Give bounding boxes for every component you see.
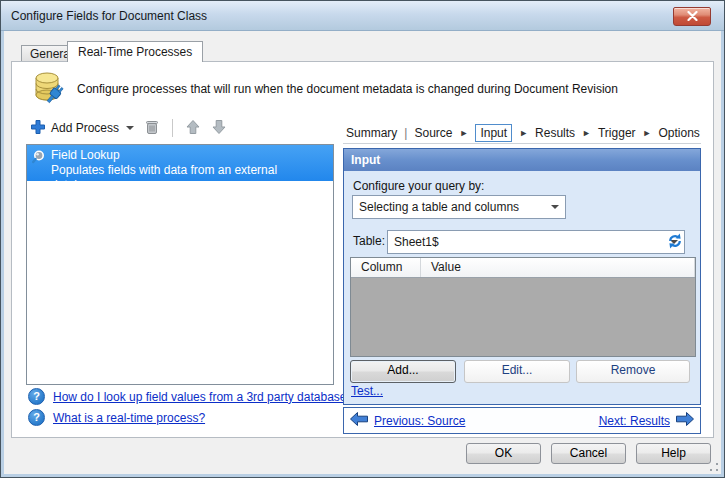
- process-listbox[interactable]: Field Lookup Populates fields with data …: [26, 144, 334, 385]
- process-subtitle: Populates fields with data from an exter…: [51, 163, 329, 193]
- previous-link[interactable]: Previous: Source: [374, 414, 465, 428]
- tab-real-time-processes[interactable]: Real-Time Processes: [67, 41, 203, 62]
- next-nav[interactable]: Next: Results: [599, 411, 695, 430]
- arrow-up-icon: [185, 119, 201, 138]
- ok-button[interactable]: OK: [466, 443, 541, 464]
- wizard-breadcrumb: Summary | Source ► Input ► Results ► Tri…: [343, 122, 701, 144]
- grid-header-value[interactable]: Value: [421, 258, 695, 277]
- close-button[interactable]: [673, 7, 711, 26]
- step-summary[interactable]: Summary: [346, 126, 397, 140]
- resize-grip[interactable]: [709, 462, 719, 472]
- edit-button[interactable]: Edit...: [464, 360, 570, 383]
- step-arrow-icon: ►: [519, 128, 528, 138]
- query-by-value: Selecting a table and columns: [359, 200, 519, 214]
- arrow-down-icon: [211, 119, 227, 138]
- question-icon: ?: [28, 388, 45, 405]
- chevron-down-icon: [551, 205, 559, 209]
- add-plus-icon: [30, 119, 46, 138]
- list-item-field-lookup[interactable]: Field Lookup Populates fields with data …: [27, 145, 333, 181]
- query-by-label: Configure your query by:: [353, 179, 484, 193]
- field-lookup-icon: [31, 149, 47, 178]
- step-arrow-icon: ►: [643, 128, 652, 138]
- add-process-dropdown-icon[interactable]: [126, 126, 134, 130]
- title-bar[interactable]: Configure Fields for Document Class: [1, 1, 724, 31]
- add-process-label: Add Process: [51, 121, 119, 135]
- breadcrumb-separator: |: [404, 126, 407, 140]
- move-down-button[interactable]: [209, 118, 229, 139]
- trash-icon: [144, 119, 160, 138]
- step-input-active[interactable]: Input: [475, 124, 512, 142]
- step-arrow-icon: ►: [582, 128, 591, 138]
- process-title: Field Lookup: [51, 148, 329, 163]
- wizard-nav-bar: Previous: Source Next: Results: [343, 407, 701, 434]
- help-button[interactable]: Help: [636, 443, 711, 464]
- table-select[interactable]: Sheet1$: [387, 230, 685, 254]
- panel-title: Input: [351, 153, 380, 167]
- help-link-row-2: ? What is a real-time process?: [28, 409, 205, 426]
- toolbar-separator: [172, 119, 173, 137]
- refresh-button[interactable]: [666, 232, 684, 253]
- help-link-realtime-process[interactable]: What is a real-time process?: [53, 411, 205, 425]
- previous-nav[interactable]: Previous: Source: [349, 411, 465, 430]
- close-icon: [687, 10, 698, 24]
- intro-description: Configure processes that will run when t…: [77, 82, 697, 96]
- step-source[interactable]: Source: [414, 126, 452, 140]
- table-value: Sheet1$: [394, 235, 439, 249]
- step-arrow-icon: ►: [460, 128, 469, 138]
- tab-page-real-time-processes: Configure processes that will run when t…: [11, 61, 714, 438]
- remove-button[interactable]: Remove: [576, 360, 690, 383]
- process-toolbar: Add Process: [28, 117, 229, 139]
- test-link[interactable]: Test...: [351, 384, 383, 398]
- step-results[interactable]: Results: [535, 126, 575, 140]
- table-label: Table:: [353, 234, 385, 248]
- input-step-panel: Input Configure your query by: Selecting…: [343, 148, 701, 405]
- database-plug-icon: [29, 69, 67, 107]
- move-up-button[interactable]: [183, 118, 203, 139]
- add-button[interactable]: Add...: [350, 360, 456, 383]
- tab-real-time-processes-label: Real-Time Processes: [78, 45, 192, 59]
- dialog-configure-fields: Configure Fields for Document Class Gene…: [0, 0, 725, 478]
- grid-header-column[interactable]: Column: [351, 258, 421, 277]
- arrow-right-icon: [675, 411, 695, 430]
- delete-process-button[interactable]: [142, 118, 162, 139]
- arrow-left-icon: [349, 411, 369, 430]
- query-by-select[interactable]: Selecting a table and columns: [352, 195, 566, 219]
- window-title: Configure Fields for Document Class: [11, 9, 207, 23]
- column-value-grid: Column Value: [350, 257, 696, 357]
- help-link-row-1: ? How do I look up field values from a 3…: [28, 388, 353, 405]
- add-process-button[interactable]: Add Process: [28, 118, 136, 139]
- step-trigger[interactable]: Trigger: [598, 126, 636, 140]
- cancel-button[interactable]: Cancel: [551, 443, 626, 464]
- panel-header: Input: [344, 149, 700, 171]
- question-icon: ?: [28, 409, 45, 426]
- grid-header: Column Value: [351, 258, 695, 278]
- next-link[interactable]: Next: Results: [599, 414, 670, 428]
- help-link-lookup-database[interactable]: How do I look up field values from a 3rd…: [53, 390, 353, 404]
- step-options[interactable]: Options: [658, 126, 699, 140]
